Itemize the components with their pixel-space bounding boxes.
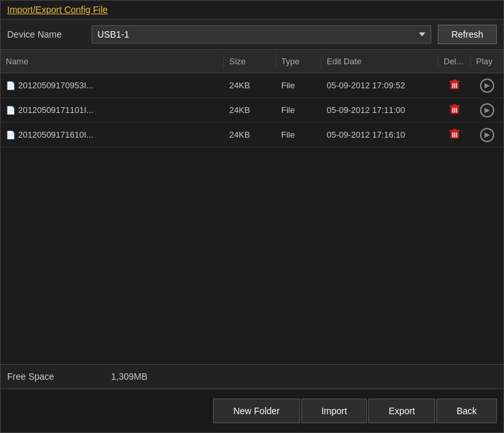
col-size: Size	[224, 54, 276, 69]
play-circle-icon: ▶	[480, 128, 494, 142]
delete-button[interactable]	[438, 123, 471, 147]
window-title: Import/Export Config File	[7, 5, 108, 15]
refresh-button[interactable]: Refresh	[438, 25, 497, 44]
table-header: Name Size Type Edit Date Del... Play	[1, 50, 503, 73]
file-list: 📄20120509170953I...24KBFile05-09-2012 17…	[1, 73, 503, 364]
col-edit-date: Edit Date	[321, 54, 438, 69]
play-circle-icon: ▶	[480, 79, 494, 93]
import-button[interactable]: Import	[301, 399, 368, 423]
file-size-cell: 24KB	[224, 125, 276, 144]
bottom-bar: New Folder Import Export Back	[1, 389, 503, 432]
file-icon: 📄	[6, 81, 16, 90]
file-date-cell: 05-09-2012 17:11:00	[321, 101, 438, 119]
svg-rect-14	[449, 130, 460, 132]
export-button[interactable]: Export	[368, 399, 435, 423]
delete-button[interactable]	[438, 98, 471, 122]
device-name-label: Device Name	[7, 29, 85, 40]
table-row: 📄20120509171610I...24KBFile05-09-2012 17…	[1, 123, 503, 147]
file-name-cell: 📄20120509170953I...	[1, 76, 224, 95]
free-space-label: Free Space	[7, 371, 105, 382]
title-bar: Import/Export Config File	[1, 1, 503, 19]
delete-button[interactable]	[438, 73, 471, 97]
back-button[interactable]: Back	[436, 399, 497, 423]
device-select[interactable]: USB1-1	[92, 25, 431, 43]
new-folder-button[interactable]: New Folder	[213, 399, 300, 423]
col-play: Play	[471, 54, 503, 69]
device-bar: Device Name USB1-1 Refresh	[1, 19, 503, 50]
svg-rect-8	[449, 106, 460, 107]
free-space-value: 1,309MB	[111, 371, 147, 382]
file-date-cell: 05-09-2012 17:09:52	[321, 76, 438, 95]
play-button[interactable]: ▶	[471, 123, 503, 147]
file-date-cell: 05-09-2012 17:16:10	[321, 125, 438, 144]
table-row: 📄20120509170953I...24KBFile05-09-2012 17…	[1, 73, 503, 98]
file-icon: 📄	[6, 130, 16, 140]
main-window: Import/Export Config File Device Name US…	[0, 0, 504, 433]
col-name: Name	[1, 54, 224, 69]
file-size-cell: 24KB	[224, 76, 276, 95]
table-row: 📄20120509171101I...24KBFile05-09-2012 17…	[1, 98, 503, 123]
file-type-cell: File	[276, 101, 321, 119]
file-name-cell: 📄20120509171610I...	[1, 125, 224, 144]
col-delete: Del...	[438, 54, 471, 69]
file-icon: 📄	[6, 106, 16, 115]
play-button[interactable]: ▶	[471, 99, 503, 122]
play-button[interactable]: ▶	[471, 74, 503, 97]
file-name-cell: 📄20120509171101I...	[1, 101, 224, 119]
col-type: Type	[276, 54, 321, 69]
file-size-cell: 24KB	[224, 101, 276, 119]
play-circle-icon: ▶	[480, 103, 494, 118]
free-space-bar: Free Space 1,309MB	[1, 364, 503, 389]
file-type-cell: File	[276, 125, 321, 144]
file-type-cell: File	[276, 76, 321, 95]
svg-rect-2	[449, 81, 460, 82]
